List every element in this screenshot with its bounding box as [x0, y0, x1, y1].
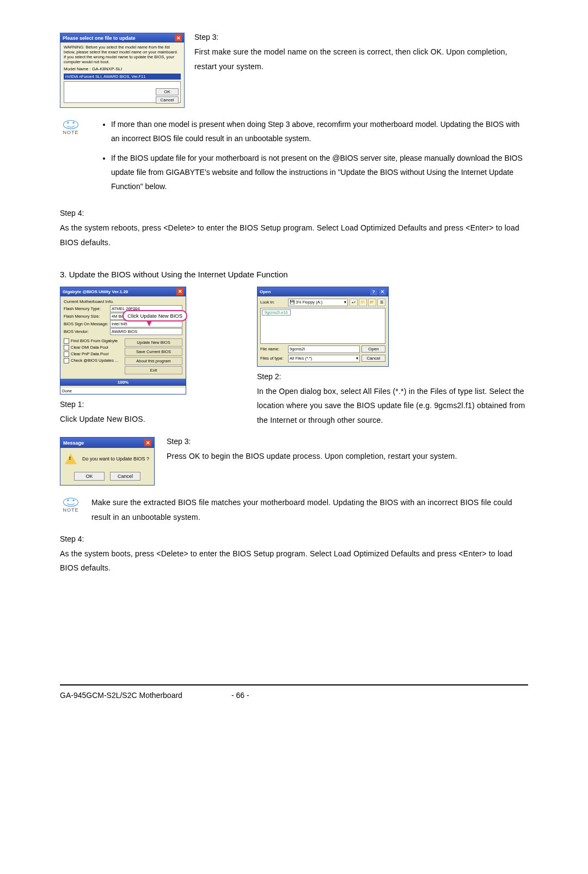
cancel-button[interactable]: Cancel [156, 96, 179, 104]
utility-titlebar: Gigabyte @BIOS Utility Ver.1.20 ✕ [60, 287, 186, 296]
update-new-bios-button[interactable]: Update New BIOS [125, 338, 182, 347]
model-name-label: Model Name : GA-K8NXP-SLI [64, 66, 181, 71]
callout-update-new-bios: Click Update New BIOS [122, 310, 187, 321]
cancel-button[interactable]: Cancel [362, 355, 385, 362]
back-icon[interactable]: ⮐ [350, 299, 358, 306]
ok-button[interactable]: OK [156, 88, 179, 95]
exit-button[interactable]: Exit [125, 366, 182, 374]
note-label: NOTE [63, 507, 78, 513]
status-done: Done [60, 388, 186, 394]
open-dialog-titlebar: Open ? ✕ [258, 287, 388, 296]
message-titlebar: Message ✕ [60, 438, 154, 448]
note-bullet: If more than one model is present when d… [111, 118, 528, 146]
mb-info-label: Current Motherboard Info. [64, 299, 182, 304]
section-heading: 3. Update the BIOS without Using the Int… [60, 270, 528, 279]
save-current-bios-button[interactable]: Save Current BIOS [125, 348, 182, 356]
close-icon[interactable]: ✕ [379, 288, 386, 295]
select-file-dialog: Please select one file to update ✕ WARNI… [60, 33, 185, 108]
step4-label: Step 4: [60, 209, 528, 217]
step3-label: Step 3: [194, 33, 528, 41]
callout-arrow-icon [146, 321, 152, 326]
svg-point-1 [67, 122, 69, 124]
check-updates-checkbox[interactable]: Check @BIOS Updates ... [64, 358, 121, 363]
note-label: NOTE [63, 130, 78, 135]
progress-bar: 100% [60, 379, 186, 386]
dialog-titlebar: Please select one file to update ✕ [60, 33, 184, 43]
step3-text: First make sure the model name on the sc… [194, 45, 528, 74]
svg-point-2 [72, 122, 74, 124]
lookin-label: Look in: [260, 300, 286, 305]
warning-icon [65, 453, 77, 464]
up-folder-icon[interactable]: 📁 [359, 299, 367, 306]
info-label: Flash Memory Type: [64, 306, 108, 311]
step2-label: Step 2: [257, 372, 528, 381]
bios-list[interactable]: OK Cancel [64, 81, 181, 103]
svg-point-5 [72, 500, 74, 501]
filename-label: File name: [260, 347, 286, 351]
message-text: Do you want to Update BIOS ? [82, 456, 149, 462]
dialog-title: Please select one file to update [63, 35, 136, 41]
step4-text: As the system reboots, press <Delete> to… [60, 221, 528, 250]
note-bullet: If the BIOS update file for your motherb… [111, 151, 528, 194]
message-title: Message [63, 440, 84, 446]
step1-label: Step 1: [60, 400, 186, 409]
new-folder-icon[interactable]: 📂 [368, 299, 376, 306]
view-icon[interactable]: ☰ [377, 299, 385, 306]
note-icon: NOTE [60, 495, 82, 513]
about-button[interactable]: About this program [125, 357, 182, 365]
note2-text: Make sure the extracted BIOS file matche… [91, 495, 528, 524]
open-dialog-title: Open [260, 289, 271, 294]
footer-page: - 66 - [231, 691, 249, 700]
footer-model: GA-945GCM-S2L/S2C Motherboard [60, 691, 182, 700]
lookin-dropdown[interactable]: 💾 3½ Floppy (A:)▾ [288, 299, 348, 306]
info-label: Flash Memory Size: [64, 314, 108, 319]
svg-point-4 [67, 500, 69, 501]
step4-text: As the system boots, press <Delete> to e… [60, 547, 528, 575]
step3-text: Press OK to begin the BIOS update proces… [167, 449, 528, 464]
info-label: BIOS Vendor: [64, 329, 108, 334]
find-bios-checkbox[interactable]: Find BIOS From Gigabyte [64, 338, 121, 344]
filename-input[interactable]: 9gcms2l [288, 345, 360, 353]
svg-point-3 [63, 498, 78, 506]
svg-point-0 [63, 120, 78, 129]
filetype-dropdown[interactable]: All Files (*.*)▾ [288, 355, 360, 362]
clear-dmi-checkbox[interactable]: Clear DMI Data Pool [64, 345, 121, 350]
close-icon[interactable]: ✕ [144, 439, 151, 446]
close-icon[interactable]: ✕ [175, 34, 182, 41]
help-icon[interactable]: ? [370, 288, 377, 295]
filetype-label: Files of type: [260, 356, 286, 361]
message-box: Message ✕ Do you want to Update BIOS ? O… [60, 437, 155, 485]
selected-bios-item[interactable]: nVIDIA nForce4 SLI, AWARD BIOS, Ver.F11 [64, 74, 181, 80]
open-button[interactable]: Open [362, 345, 385, 353]
clear-pnp-checkbox[interactable]: Clear PnP Data Pool [64, 351, 121, 357]
step3-label: Step 3: [167, 437, 528, 446]
ok-button[interactable]: OK [74, 472, 105, 481]
step1-text: Click Update New BIOS. [60, 412, 186, 427]
note-icon: NOTE [60, 118, 82, 135]
warning-text: WARNING: Before you select the model nam… [64, 45, 181, 64]
file-list[interactable]: 9gcms2l.e10 [260, 308, 385, 344]
info-value: AWARD BIOS [110, 328, 182, 335]
close-icon[interactable]: ✕ [176, 288, 183, 295]
info-label: BIOS Sign On Message: [64, 321, 108, 326]
cancel-button[interactable]: Cancel [110, 472, 140, 481]
at-bios-utility-window: Gigabyte @BIOS Utility Ver.1.20 ✕ Curren… [60, 287, 186, 394]
open-dialog: Open ? ✕ Look in: 💾 3½ Floppy (A:)▾ ⮐ 📁 … [257, 287, 389, 367]
file-item[interactable]: 9gcms2l.e10 [262, 309, 291, 315]
utility-title: Gigabyte @BIOS Utility Ver.1.20 [63, 289, 128, 294]
step4-label: Step 4: [60, 535, 528, 543]
step2-text: In the Open dialog box, select All Files… [257, 384, 528, 428]
